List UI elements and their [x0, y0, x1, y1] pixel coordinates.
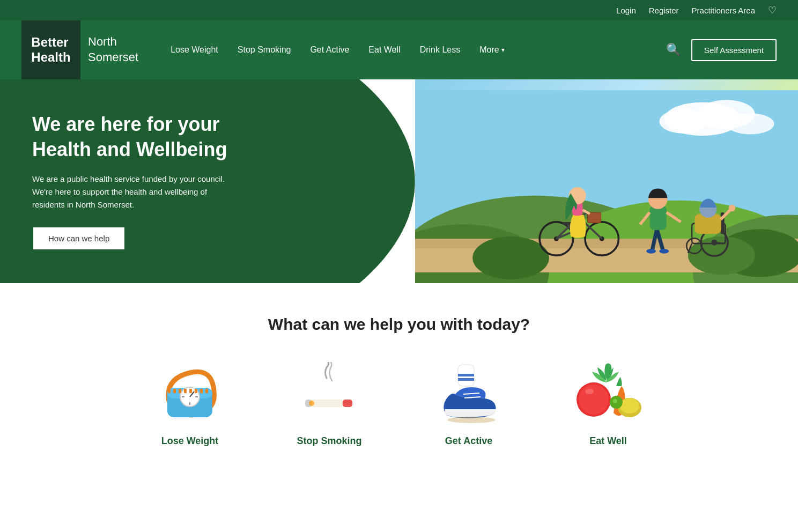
svg-rect-71: [458, 378, 474, 381]
svg-point-77: [585, 389, 594, 394]
svg-rect-63: [200, 389, 203, 393]
logo[interactable]: BetterHealth NorthSomerset: [21, 20, 138, 79]
svg-point-74: [447, 417, 496, 423]
hero-heading-line1: We are here for your: [32, 113, 219, 135]
sneaker-icon: [434, 360, 504, 425]
logo-north-somerset: NorthSomerset: [88, 34, 138, 65]
svg-rect-62: [195, 389, 197, 393]
heart-icon[interactable]: ♡: [768, 4, 777, 16]
nav-drink-less[interactable]: Drink Less: [420, 45, 461, 55]
hero-section: We are here for your Health and Wellbein…: [0, 79, 798, 283]
help-card-eat-well[interactable]: Eat Well: [560, 360, 656, 447]
help-card-get-active[interactable]: Get Active: [420, 360, 517, 447]
hero-left-panel: We are here for your Health and Wellbein…: [0, 79, 415, 283]
more-chevron-icon: ▾: [501, 46, 505, 54]
login-link[interactable]: Login: [616, 6, 636, 15]
scale-icon: [155, 360, 225, 425]
register-link[interactable]: Register: [649, 6, 679, 15]
svg-line-43: [714, 242, 726, 243]
nav-get-active[interactable]: Get Active: [310, 45, 349, 55]
help-card-stop-smoking-label: Stop Smoking: [297, 435, 362, 447]
svg-rect-60: [184, 389, 187, 393]
main-nav: BetterHealth NorthSomerset Lose Weight S…: [0, 20, 798, 79]
svg-rect-66: [343, 400, 352, 407]
svg-point-3: [659, 109, 707, 134]
help-card-stop-smoking[interactable]: Stop Smoking: [281, 360, 378, 447]
self-assessment-button[interactable]: Self Assessment: [691, 39, 777, 61]
help-section: What can we help you with today?: [0, 283, 798, 468]
logo-better-health: BetterHealth: [31, 35, 70, 64]
help-cards-container: Lose Weight Stop Smoking: [21, 360, 777, 447]
help-card-get-active-label: Get Active: [445, 435, 492, 447]
svg-point-12: [688, 237, 755, 275]
svg-point-33: [659, 249, 669, 254]
svg-point-32: [646, 249, 656, 254]
svg-point-48: [729, 205, 735, 211]
help-card-lose-weight-label: Lose Weight: [161, 435, 219, 447]
hero-heading: We are here for your Health and Wellbein…: [32, 112, 383, 162]
hero-heading-line2: Health and Wellbeing: [32, 138, 227, 160]
nav-stop-smoking[interactable]: Stop Smoking: [238, 45, 291, 55]
top-bar: Login Register Practitioners Area ♡: [0, 0, 798, 20]
nav-links: Lose Weight Stop Smoking Get Active Eat …: [171, 45, 655, 55]
svg-point-76: [579, 385, 609, 415]
svg-rect-64: [205, 389, 208, 393]
nav-eat-well[interactable]: Eat Well: [368, 45, 400, 55]
hero-body-text: We are a public health service funded by…: [32, 173, 236, 211]
practitioners-area-link[interactable]: Practitioners Area: [692, 6, 755, 15]
svg-rect-57: [168, 389, 171, 393]
svg-rect-58: [173, 389, 176, 393]
search-icon[interactable]: 🔍: [666, 43, 681, 57]
vegetables-icon: [573, 360, 643, 425]
svg-point-81: [613, 399, 617, 403]
help-section-heading: What can we help you with today?: [21, 315, 777, 334]
svg-point-68: [309, 401, 314, 406]
nav-right: 🔍 Self Assessment: [666, 39, 777, 61]
hero-cta-button[interactable]: How can we help: [32, 226, 125, 250]
logo-box: BetterHealth: [21, 20, 80, 79]
hero-right-panel: [415, 79, 798, 283]
help-card-eat-well-label: Eat Well: [589, 435, 627, 447]
nav-lose-weight[interactable]: Lose Weight: [171, 45, 218, 55]
svg-rect-70: [458, 374, 474, 376]
hero-illustration: [415, 79, 798, 283]
svg-rect-61: [189, 389, 192, 393]
nav-more[interactable]: More ▾: [479, 45, 504, 55]
svg-point-79: [620, 398, 639, 413]
help-card-lose-weight[interactable]: Lose Weight: [142, 360, 238, 447]
svg-point-4: [726, 113, 774, 134]
svg-point-13: [472, 237, 549, 279]
cigarette-icon: [294, 360, 364, 425]
svg-rect-59: [179, 389, 181, 393]
